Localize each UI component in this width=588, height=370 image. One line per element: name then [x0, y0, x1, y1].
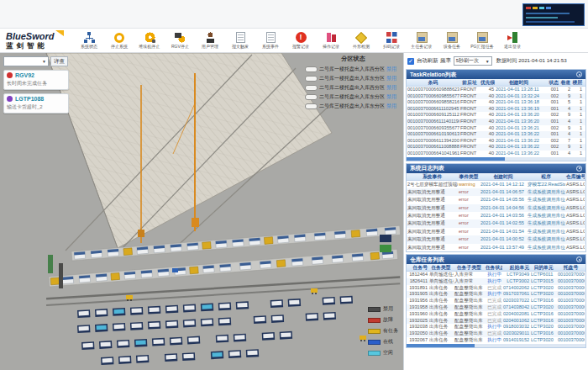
partition-toggle[interactable]	[305, 66, 318, 72]
frequency-select[interactable]: 5秒刷一次▼	[454, 56, 492, 66]
collapse-icon[interactable]	[576, 71, 582, 77]
disable-link[interactable]: 禁用	[386, 66, 396, 73]
table-row[interactable]: 1931891出库任务配盘整货出库已完成0714002062LCTP302000…	[407, 285, 585, 292]
table-row[interactable]: 来回取消无用整通error2021-04-01 14:00:52生成系统调用库位…	[407, 235, 585, 243]
column-header[interactable]: 任务号	[407, 264, 428, 272]
table-row[interactable]: 001003700066098556770FRONT402021-04-01 1…	[407, 93, 585, 100]
column-header[interactable]: 程序	[527, 173, 565, 181]
device-select[interactable]: ▼	[3, 56, 49, 66]
table-cell: 出库任务	[428, 318, 454, 325]
toolbar-item-logout[interactable]: 退出登录	[497, 32, 528, 50]
table-cell: LCTP3015	[530, 278, 557, 285]
column-header[interactable]: 楼层	[571, 79, 583, 87]
toolbar-item-rgv-stop[interactable]: RGV停止	[165, 32, 195, 50]
column-header[interactable]: 任务类型	[428, 264, 454, 272]
column-header[interactable]: 创建时间	[495, 79, 543, 87]
table-row[interactable]: 001003700066093556770FRONT402021-04-01 1…	[407, 125, 585, 132]
table-row[interactable]: 来回取消无用整通error2021-04-01 14:04:56生成系统调用库位…	[407, 204, 585, 212]
table-row[interactable]: 1931905出库任务配盘整货出库执行中0917037061LCTP302000…	[407, 291, 585, 298]
toolbar-item-alarm-records[interactable]: 报警记录	[286, 32, 316, 50]
toolbar-item-system-events[interactable]: 系统事件	[255, 32, 286, 50]
disable-link[interactable]: 禁用	[386, 103, 396, 110]
column-header[interactable]: 巷道	[559, 79, 571, 87]
auto-refresh-checkbox[interactable]	[407, 58, 414, 65]
toolbar-item-operation-records[interactable]: 操作记录	[316, 32, 346, 50]
table-row[interactable]: 001003700066111401190FRONT402021-04-01 1…	[407, 119, 585, 125]
toolbar-item-message-trigger[interactable]: 报文触发	[225, 32, 255, 50]
detail-button[interactable]: 详查	[50, 56, 68, 66]
column-header[interactable]: 条码	[407, 79, 459, 87]
table-row[interactable]: 001003700066110088881FRONT402021-04-01 1…	[407, 144, 585, 151]
partition-toggle[interactable]	[305, 76, 318, 82]
table-cell: error	[458, 219, 480, 227]
table-row[interactable]: 2号七层穿梭车超过顶端/单边抵达warning2021-04-01 14:12:…	[407, 181, 585, 188]
table-cell: FRONT	[459, 131, 480, 138]
table-cell: 001003700066505210	[557, 285, 585, 292]
collapse-icon[interactable]	[576, 256, 582, 262]
chevron-down-icon: ▼	[42, 59, 46, 64]
horizontal-scrollbar[interactable]	[407, 157, 585, 161]
column-header[interactable]: 事件类型	[458, 173, 480, 181]
toolbar-item-profile-check[interactable]: 外形检测	[346, 33, 376, 50]
disable-link[interactable]: 禁用	[386, 84, 396, 92]
table-row[interactable]: 1932038出库任务配盘整货出库执行中0918003032LCTP302000…	[407, 324, 585, 330]
table-row[interactable]: 001003700066113942005FRONT402021-04-01 1…	[407, 138, 585, 145]
table-row[interactable]: 1932067出库任务配盘整货出库执行中0914019152LCTP302000…	[407, 337, 585, 344]
table-row[interactable]: 来回取消无用整通error2021-04-01 14:03:56生成系统调用库位…	[407, 212, 585, 219]
table-cell: 0918003032	[502, 324, 530, 330]
column-header[interactable]: 起始单元	[502, 264, 530, 272]
toolbar-item-pg-report-tasks[interactable]: PG汇报任务	[467, 32, 497, 50]
toolbar-item-user-management[interactable]: 用户管理	[195, 32, 225, 50]
table-row[interactable]: 1812464单向输送任务入库异常执行中LCTP3049LCTP60110010…	[407, 272, 585, 278]
toolbar-item-stacker-stop[interactable]: 堆垛机停止	[134, 32, 165, 50]
table-row[interactable]: 001003700066111029457FRONT402021-04-01 1…	[407, 106, 585, 113]
table-row[interactable]: 001003700066101906139FRONT402021-04-01 1…	[407, 131, 585, 138]
toolbar-item-stop-system[interactable]: 停止系统	[104, 33, 134, 50]
column-header[interactable]: 系统事件	[407, 173, 458, 181]
collapse-icon[interactable]	[576, 166, 582, 172]
partition-toggle[interactable]	[305, 94, 318, 100]
column-header[interactable]: 仓库编号	[565, 173, 585, 181]
table-row[interactable]: 1931956出库任务配盘整货出库已完成0203037022LCTP301600…	[407, 298, 585, 304]
table-row[interactable]: 001003700066410419613FRONT402021-04-01 1…	[407, 151, 585, 157]
disable-link[interactable]: 禁用	[386, 93, 396, 101]
table-row[interactable]: 1932050出库任务配盘整货出库已完成0203029011LCTP301600…	[407, 330, 585, 337]
table-row[interactable]: 001003700066091251123FRONT402021-04-01 1…	[407, 112, 585, 119]
partition-toggle[interactable]	[305, 103, 318, 109]
table-row[interactable]: 1931960出库任务配盘整货出库已完成0204002081LCTP301600…	[407, 311, 585, 318]
column-header[interactable]: 任务子类型	[454, 264, 485, 272]
column-header[interactable]: 前后址	[459, 79, 480, 87]
column-header[interactable]: 托盘号	[557, 264, 585, 272]
table-row[interactable]: 来回取消无用整通error2021-04-01 14:05:56生成系统调用库位…	[407, 196, 585, 204]
alert-card[interactable]: RGV92长时间未完成任务	[3, 70, 69, 90]
table-row[interactable]: 1931958出库任务配盘整货出库已完成0714038042LCTP302000…	[407, 304, 585, 311]
column-header[interactable]: 创建时间	[480, 173, 527, 181]
warehouse-3d-view[interactable]: ▼ 详查 RGV92长时间未完成任务LGTP1088输送卡货超时_2 分区状态 …	[0, 53, 403, 370]
toolbar-item-label: RGV停止	[171, 44, 188, 49]
toolbar-item-main-task-records[interactable]: 主任务记录	[407, 32, 437, 50]
table-cell: 配盘整货出库	[454, 318, 485, 325]
column-header[interactable]: 优先级	[480, 79, 495, 87]
minimap-bar	[526, 21, 575, 23]
table-row[interactable]: 来回取消无用整通error2021-04-01 14:02:55生成系统调用库位…	[407, 219, 585, 227]
table-row[interactable]: 来回取消无用整通error2021-04-01 14:06:57生成系统调用库位…	[407, 188, 585, 196]
disable-link[interactable]: 禁用	[386, 75, 396, 82]
column-header[interactable]: 任务状态	[485, 264, 502, 272]
horizontal-scrollbar[interactable]	[407, 344, 585, 347]
toolbar-item-system-status[interactable]: 系统状态	[74, 32, 104, 50]
table-row[interactable]: 001003700066098582162FRONT402021-04-01 1…	[407, 99, 585, 106]
minimap-thumbnail[interactable]	[522, 3, 585, 26]
column-header[interactable]: 状态	[543, 79, 559, 87]
partition-row: 二号库一楼托盘出入库东分区禁用	[305, 74, 402, 83]
table-row[interactable]: 1932025出库任务配盘整货出库已完成0204001062LCTP301600…	[407, 318, 585, 325]
table-row[interactable]: 1826411单向输送任务入库异常执行中LCTP3002LCTP30150010…	[407, 278, 585, 285]
table-row[interactable]: 001003700066098886239FRONT452021-04-01 1…	[407, 87, 585, 93]
table-row[interactable]: 来回取消无用整通error2021-04-01 13:57:49生成系统调用库位…	[407, 244, 585, 251]
table-row[interactable]: 来回取消无用整通error2021-04-01 14:01:54生成系统调用库位…	[407, 228, 585, 235]
alert-card[interactable]: LGTP1088输送卡货超时_2	[3, 93, 69, 114]
table-cell: 执行中	[485, 291, 502, 298]
toolbar-item-device-tasks[interactable]: 设备任务	[437, 32, 467, 50]
toolbar-item-scan-records[interactable]: 扫码记录	[376, 32, 407, 50]
column-header[interactable]: 目的单元	[530, 264, 557, 272]
partition-toggle[interactable]	[305, 85, 318, 91]
